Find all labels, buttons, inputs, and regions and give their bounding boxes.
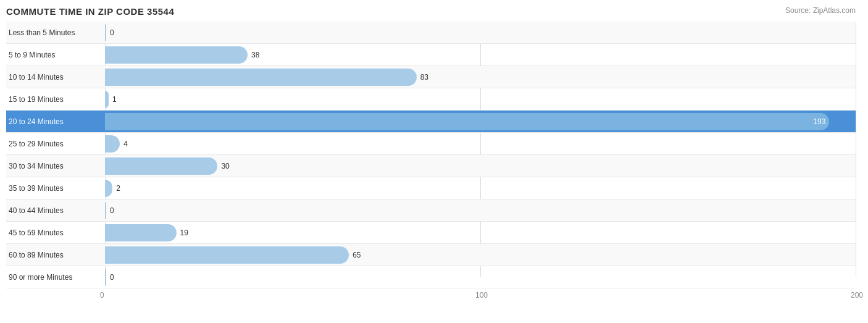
x-axis-tick: 200 xyxy=(851,291,863,300)
bar-fill: 19 xyxy=(105,224,177,241)
bar-fill: 0 xyxy=(105,269,106,286)
x-axis-tick: 100 xyxy=(475,291,488,300)
bar-track: 0 xyxy=(105,22,856,43)
bar-value: 1 xyxy=(112,95,117,104)
bar-track: 19 xyxy=(105,222,856,243)
bar-row: 90 or more Minutes0 xyxy=(6,266,856,288)
bar-label: 40 to 44 Minutes xyxy=(6,206,105,215)
chart-title: COMMUTE TIME IN ZIP CODE 35544 xyxy=(6,6,856,17)
bar-value: 0 xyxy=(110,206,114,215)
bar-track: 83 xyxy=(105,66,856,88)
bar-label: 20 to 24 Minutes xyxy=(6,117,105,126)
bar-row: 10 to 14 Minutes83 xyxy=(6,66,856,88)
bar-row: 20 to 24 Minutes193 xyxy=(6,111,856,133)
bar-fill: 193 xyxy=(105,113,829,130)
bar-label: 25 to 29 Minutes xyxy=(6,140,105,148)
chart-container: COMMUTE TIME IN ZIP CODE 35544 Source: Z… xyxy=(0,0,868,323)
bar-value: 2 xyxy=(116,184,120,193)
bar-fill: 65 xyxy=(105,246,349,264)
bar-track: 38 xyxy=(105,44,856,65)
bar-label: 45 to 59 Minutes xyxy=(6,229,105,237)
bar-value: 65 xyxy=(353,251,361,259)
bar-track: 4 xyxy=(105,133,856,154)
x-axis: 0100200 xyxy=(105,291,856,303)
bar-row: 5 to 9 Minutes38 xyxy=(6,44,856,66)
bar-row: 25 to 29 Minutes4 xyxy=(6,133,856,155)
bar-row: 35 to 39 Minutes2 xyxy=(6,177,856,199)
bar-fill: 0 xyxy=(105,202,106,219)
bar-value: 4 xyxy=(123,140,128,148)
bar-fill: 30 xyxy=(105,157,217,175)
bar-label: Less than 5 Minutes xyxy=(6,28,105,37)
bar-track: 193 xyxy=(105,111,856,132)
bar-track: 65 xyxy=(105,244,856,266)
bar-label: 30 to 34 Minutes xyxy=(6,162,105,170)
bar-track: 0 xyxy=(105,266,856,288)
bar-track: 0 xyxy=(105,199,856,221)
bar-label: 10 to 14 Minutes xyxy=(6,73,105,82)
bar-value: 30 xyxy=(221,162,229,170)
bar-label: 90 or more Minutes xyxy=(6,273,105,282)
bars-area: Less than 5 Minutes05 to 9 Minutes3810 t… xyxy=(6,22,856,277)
bar-fill: 1 xyxy=(105,91,109,108)
bar-value: 83 xyxy=(420,73,428,82)
source-label: Source: ZipAtlas.com xyxy=(785,6,856,15)
x-axis-tick: 0 xyxy=(100,291,104,300)
bar-label: 15 to 19 Minutes xyxy=(6,95,105,104)
bar-fill: 0 xyxy=(105,24,106,41)
bar-fill: 83 xyxy=(105,69,417,86)
bar-row: 40 to 44 Minutes0 xyxy=(6,199,856,222)
bar-label: 35 to 39 Minutes xyxy=(6,184,105,193)
bar-row: 45 to 59 Minutes19 xyxy=(6,222,856,244)
bar-fill: 4 xyxy=(105,135,120,153)
bar-label: 5 to 9 Minutes xyxy=(6,51,105,59)
bar-value: 0 xyxy=(110,273,114,282)
bar-value: 19 xyxy=(180,229,188,237)
bar-label: 60 to 89 Minutes xyxy=(6,251,105,259)
bar-row: Less than 5 Minutes0 xyxy=(6,22,856,44)
bar-fill: 38 xyxy=(105,46,248,64)
bar-value: 38 xyxy=(251,51,259,59)
bar-value: 0 xyxy=(110,28,114,37)
grid-line xyxy=(856,22,856,277)
bar-row: 30 to 34 Minutes30 xyxy=(6,155,856,177)
bar-fill: 2 xyxy=(105,180,112,197)
bar-track: 30 xyxy=(105,155,856,177)
bar-value: 193 xyxy=(813,117,825,126)
bar-track: 2 xyxy=(105,177,856,199)
bar-row: 15 to 19 Minutes1 xyxy=(6,88,856,111)
bar-track: 1 xyxy=(105,88,856,110)
bar-row: 60 to 89 Minutes65 xyxy=(6,244,856,266)
